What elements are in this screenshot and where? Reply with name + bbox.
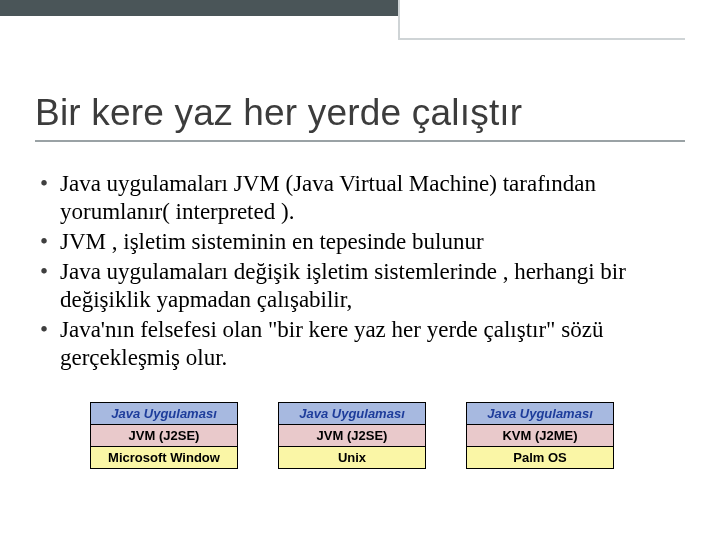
cell-app: Java Uygulaması bbox=[90, 402, 238, 425]
header-bar-dark bbox=[0, 0, 398, 16]
title-underline bbox=[35, 140, 685, 142]
header-bar-outline bbox=[398, 0, 685, 40]
body-content: Java uygulamaları JVM (Java Virtual Mach… bbox=[40, 170, 680, 374]
cell-os: Microsoft Window bbox=[90, 447, 238, 469]
header-decoration bbox=[0, 0, 720, 62]
platform-diagram: Java Uygulaması JVM (J2SE) Microsoft Win… bbox=[90, 402, 614, 469]
bullet-list: Java uygulamaları JVM (Java Virtual Mach… bbox=[40, 170, 680, 372]
bullet-item: Java'nın felsefesi olan "bir kere yaz he… bbox=[40, 316, 680, 372]
cell-os: Palm OS bbox=[466, 447, 614, 469]
stack-windows: Java Uygulaması JVM (J2SE) Microsoft Win… bbox=[90, 402, 238, 469]
cell-vm: JVM (J2SE) bbox=[278, 425, 426, 447]
cell-app: Java Uygulaması bbox=[278, 402, 426, 425]
cell-os: Unix bbox=[278, 447, 426, 469]
bullet-item: Java uygulamaları JVM (Java Virtual Mach… bbox=[40, 170, 680, 226]
stack-palm: Java Uygulaması KVM (J2ME) Palm OS bbox=[466, 402, 614, 469]
stack-unix: Java Uygulaması JVM (J2SE) Unix bbox=[278, 402, 426, 469]
cell-app: Java Uygulaması bbox=[466, 402, 614, 425]
title-block: Bir kere yaz her yerde çalıştır bbox=[35, 92, 685, 142]
slide-title: Bir kere yaz her yerde çalıştır bbox=[35, 92, 685, 134]
slide: Bir kere yaz her yerde çalıştır Java uyg… bbox=[0, 0, 720, 540]
bullet-item: JVM , işletim sisteminin en tepesinde bu… bbox=[40, 228, 680, 256]
cell-vm: JVM (J2SE) bbox=[90, 425, 238, 447]
bullet-item: Java uygulamaları değişik işletim sistem… bbox=[40, 258, 680, 314]
cell-vm: KVM (J2ME) bbox=[466, 425, 614, 447]
